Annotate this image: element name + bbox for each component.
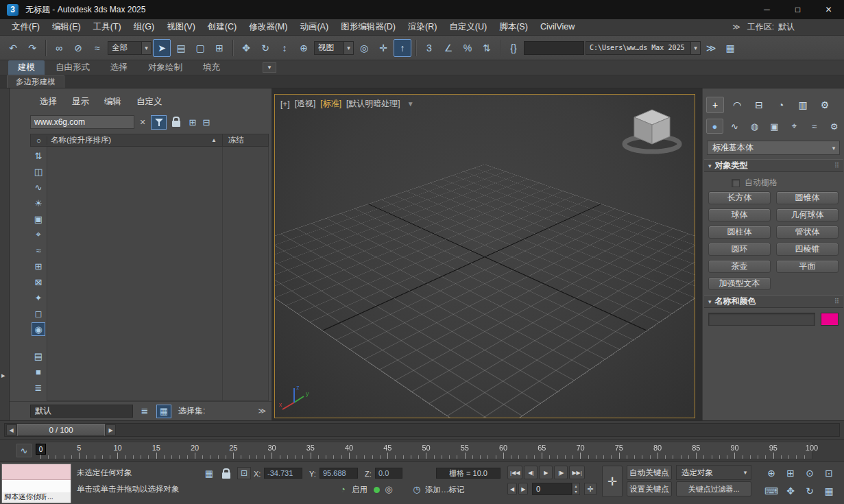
viewcube[interactable] — [619, 104, 685, 158]
selection-lock-icon[interactable] — [222, 469, 230, 479]
x-coordinate-field[interactable]: -34.731 — [264, 468, 302, 479]
edit-named-selections-icon[interactable]: {} — [505, 39, 522, 57]
rectangular-selection-icon[interactable]: ▢ — [191, 39, 209, 57]
display-column-header-icon[interactable]: ○ — [31, 136, 47, 145]
time-slider-prev-icon[interactable]: ◀ — [6, 424, 16, 435]
maximize-button[interactable]: □ — [782, 0, 813, 19]
orbit-icon[interactable]: ↻ — [801, 483, 819, 499]
workspace-selector[interactable]: 工作区: 默认 — [747, 21, 795, 33]
current-frame-marker[interactable]: 0 — [36, 444, 46, 455]
color-swatch[interactable] — [821, 313, 839, 326]
named-selection-field[interactable] — [524, 41, 584, 55]
display-containers-icon[interactable]: ◻ — [32, 307, 45, 320]
ribbon-tab-object-paint[interactable]: 对象绘制 — [138, 60, 192, 75]
add-key-icon[interactable]: ✛ — [584, 483, 596, 495]
redo-icon[interactable]: ↷ — [23, 39, 41, 57]
absolute-offset-mode-icon[interactable]: ⊡ — [237, 467, 251, 479]
viewport-standard-label[interactable]: [标准] — [320, 98, 341, 110]
display-bones-icon[interactable]: ✦ — [32, 291, 45, 304]
ribbon-tab-selection[interactable]: 选择 — [101, 60, 137, 75]
display-preset-dropdown[interactable]: 默认 — [30, 405, 133, 418]
menu-overflow-icon[interactable]: ≫ — [725, 23, 747, 32]
rollout-object-type[interactable]: ▾ 对象类型 ⠿ — [704, 159, 843, 172]
toolbar-overflow-icon[interactable]: ≫ — [702, 39, 720, 57]
select-and-move-icon[interactable]: ✥ — [237, 39, 255, 57]
zoom-extents-icon[interactable]: ⊙ — [801, 465, 819, 481]
column-header-name[interactable]: 名称(按升序排序) ▲ — [47, 134, 223, 146]
explorer-menu-edit[interactable]: 编辑 — [104, 96, 121, 108]
minimize-button[interactable]: ─ — [751, 0, 782, 19]
time-slider-handle[interactable]: 0 / 100 — [17, 424, 105, 436]
category-cameras[interactable]: ▣ — [766, 119, 783, 134]
display-helpers-icon[interactable]: ⌖ — [32, 228, 45, 241]
menu-civilview[interactable]: CivilView — [534, 19, 581, 35]
menu-graph-editors[interactable]: 图形编辑器(D) — [335, 19, 402, 35]
button-torus[interactable]: 圆环 — [708, 243, 771, 256]
set-keys-button[interactable]: ✛ — [602, 466, 623, 497]
button-cylinder[interactable]: 圆柱体 — [708, 226, 771, 239]
menu-rendering[interactable]: 渲染(R) — [402, 19, 443, 35]
menu-edit[interactable]: 编辑(E) — [46, 19, 87, 35]
tab-display[interactable]: ▥ — [794, 97, 812, 113]
category-lights[interactable]: ◍ — [746, 119, 763, 134]
rollout-name-and-color[interactable]: ▾ 名称和颜色 ⠿ — [704, 295, 843, 308]
menu-group[interactable]: 组(G) — [128, 19, 161, 35]
filter-icon[interactable] — [151, 115, 167, 130]
explorer-overflow-icon[interactable]: ≫ — [258, 407, 266, 416]
spinner-snap-icon[interactable]: ⇅ — [478, 39, 496, 57]
ribbon-tab-modeling[interactable]: 建模 — [8, 60, 45, 75]
select-object-icon[interactable]: ➤ — [153, 39, 171, 57]
zoom-region-icon[interactable]: ⊡ — [820, 465, 838, 481]
viewport-shading-label[interactable]: [默认明暗处理] — [346, 98, 400, 110]
display-geometry-icon[interactable]: ◫ — [32, 165, 45, 178]
play-button[interactable]: ▶ — [539, 466, 553, 479]
y-coordinate-field[interactable]: 95.688 — [319, 468, 358, 479]
viewport-general-menu[interactable]: [+] — [280, 99, 290, 109]
viewport[interactable]: [+][透视][标准][默认明暗处理]▼ x y z — [274, 94, 695, 418]
tab-hierarchy[interactable]: ⊟ — [750, 97, 768, 113]
frame-back-icon[interactable]: ◀ — [507, 483, 517, 495]
tab-create[interactable]: + — [706, 97, 724, 113]
use-pivot-center-icon[interactable]: ◎ — [355, 39, 373, 57]
category-helpers[interactable]: ⌖ — [786, 119, 803, 134]
display-frozen-icon[interactable]: ■ — [32, 365, 45, 379]
button-tube[interactable]: 管状体 — [776, 226, 839, 239]
project-path-dropdown[interactable]: C:\Users\ww…ds Max 2025▾ — [586, 41, 701, 55]
listener-script-pane[interactable] — [2, 480, 71, 492]
display-hidden-icon[interactable]: ≣ — [32, 381, 45, 394]
tab-modify[interactable]: ◠ — [728, 97, 746, 113]
viewport-pov-label[interactable]: [透视] — [295, 98, 316, 110]
maximize-viewport-icon[interactable]: ▦ — [820, 483, 838, 499]
key-filters-button[interactable]: 关键点过滤器... — [676, 481, 751, 496]
ribbon-panel-polygon-modeling[interactable]: 多边形建模 — [7, 75, 64, 88]
display-space-warps-icon[interactable]: ≈ — [32, 243, 45, 257]
explorer-menu-display[interactable]: 显示 — [72, 96, 89, 108]
layer-stack-icon[interactable]: ≣ — [137, 405, 152, 418]
menu-file[interactable]: 文件(F) — [5, 19, 46, 35]
zoom-icon[interactable]: ⊕ — [762, 465, 780, 481]
isolate-selection-icon[interactable]: ↑ — [394, 39, 411, 57]
pick-parent-icon[interactable]: ⊞ — [186, 115, 200, 130]
adaptive-degradation-clock-icon[interactable]: ◔ — [336, 483, 350, 495]
pan-icon[interactable]: ✥ — [782, 483, 799, 499]
button-sphere[interactable]: 球体 — [708, 208, 771, 221]
menu-animation[interactable]: 动画(A) — [293, 19, 335, 35]
clear-search-icon[interactable]: ✕ — [137, 118, 148, 127]
button-pyramid[interactable]: 四棱锥 — [776, 243, 839, 256]
angle-snap-icon[interactable]: ∠ — [439, 39, 457, 57]
isolate-selection-toggle-icon[interactable]: ▦ — [202, 467, 216, 479]
button-geosphere[interactable]: 几何球体 — [776, 208, 839, 221]
selection-filter-dropdown[interactable]: 全部▾ — [108, 41, 152, 55]
button-teapot[interactable]: 茶壶 — [708, 260, 771, 273]
app-logo-icon[interactable]: 3 — [7, 4, 19, 16]
time-tag-icon[interactable]: ◷ — [410, 483, 424, 495]
listener-macro-pane[interactable] — [2, 464, 71, 480]
pick-children-icon[interactable]: ⊟ — [200, 115, 213, 130]
z-coordinate-field[interactable]: 0.0 — [375, 468, 402, 479]
ribbon-collapse-icon[interactable]: ▼ — [263, 62, 276, 73]
auto-key-button[interactable]: 自动关键点 — [627, 465, 672, 480]
lock-cell-edit-icon[interactable] — [169, 115, 183, 130]
category-systems[interactable]: ⚙ — [825, 119, 843, 134]
percent-snap-icon[interactable]: % — [459, 39, 477, 57]
display-visibility-icon[interactable]: ◉ — [32, 322, 45, 336]
